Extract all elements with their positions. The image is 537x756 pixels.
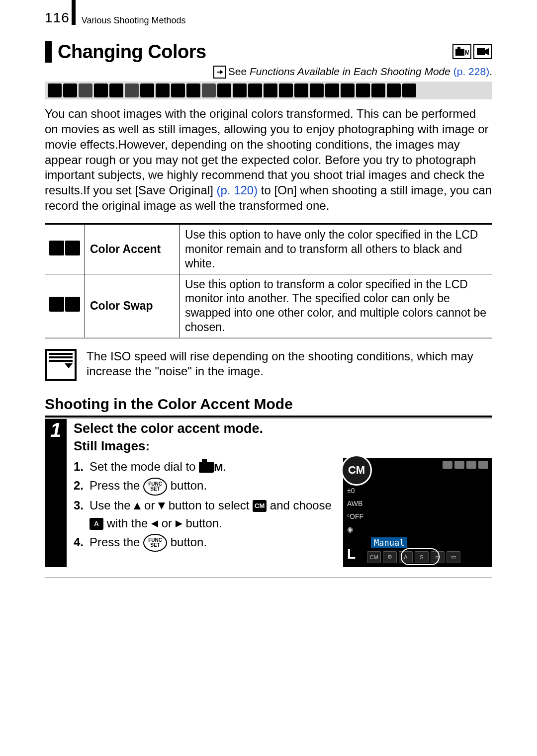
svg-rect-3 bbox=[477, 48, 485, 55]
timer-icon bbox=[478, 461, 488, 469]
mode-label: Color Accent bbox=[85, 224, 180, 274]
mode-icon bbox=[217, 84, 231, 97]
func-set-button-icon: FUNCSET bbox=[143, 534, 167, 552]
mode-icon bbox=[48, 84, 62, 97]
lcd-mode-option: ▭ bbox=[447, 551, 460, 563]
mode-icon bbox=[125, 84, 139, 97]
exposure-icon: ±0 bbox=[347, 487, 363, 497]
flash-icon bbox=[454, 461, 464, 469]
footer-divider bbox=[45, 577, 492, 578]
up-arrow-icon bbox=[134, 503, 141, 509]
mode-icon bbox=[294, 84, 308, 97]
arrow-icon bbox=[213, 66, 226, 79]
mode-icon bbox=[387, 84, 401, 97]
table-row: Color Accent Use this option to have onl… bbox=[45, 224, 492, 274]
color-accent-mode-icon: A bbox=[90, 518, 103, 530]
metering-icon: ◉ bbox=[347, 525, 363, 535]
lcd-mode-label: Manual bbox=[371, 537, 407, 548]
mode-icon bbox=[402, 84, 416, 97]
step-number: 1 bbox=[45, 419, 67, 567]
drive-icon: ᶜOFF bbox=[347, 512, 363, 522]
frame-icon bbox=[466, 461, 476, 469]
page-header: 116 Various Shooting Methods bbox=[45, 10, 492, 26]
note-text: The ISO speed will rise depending on the… bbox=[87, 349, 492, 379]
movie-icon bbox=[473, 44, 492, 59]
page-reference-link[interactable]: (p. 228) bbox=[453, 66, 489, 77]
mode-icon bbox=[279, 84, 293, 97]
lcd-mode-option: CM bbox=[367, 551, 381, 563]
lcd-status-icons bbox=[443, 461, 488, 469]
mode-icon bbox=[202, 84, 216, 97]
mode-icon bbox=[356, 84, 370, 97]
camera-manual-icon: M bbox=[452, 44, 471, 59]
mode-icon bbox=[171, 84, 185, 97]
lcd-mode-option: ⚙ bbox=[383, 551, 397, 563]
svg-marker-4 bbox=[485, 48, 489, 55]
awb-icon: AWB bbox=[347, 500, 363, 509]
lcd-selection-ring bbox=[401, 548, 440, 565]
mode-icon bbox=[156, 84, 170, 97]
mode-icon bbox=[140, 84, 154, 97]
mode-icon bbox=[325, 84, 339, 97]
intro-paragraph: You can shoot images with the original c… bbox=[45, 106, 492, 213]
page-title: Changing Colors bbox=[58, 41, 206, 63]
color-accent-movie-icon bbox=[65, 241, 80, 255]
list-item: 3. Use the or button to select CM and ch… bbox=[74, 497, 338, 532]
svg-marker-6 bbox=[220, 70, 223, 74]
right-arrow-icon bbox=[176, 520, 182, 527]
svg-text:M: M bbox=[465, 49, 469, 56]
step-title: Select the color accent mode. bbox=[74, 421, 492, 436]
list-item: 2. Press the FUNCSET button. bbox=[74, 477, 338, 496]
func-set-button-icon: FUNCSET bbox=[143, 478, 167, 496]
svg-rect-1 bbox=[457, 47, 460, 49]
mode-icon bbox=[264, 84, 277, 97]
mode-icon bbox=[310, 84, 324, 97]
svg-rect-0 bbox=[455, 49, 464, 56]
list-item: 4. Press the FUNCSET button. bbox=[74, 533, 338, 552]
step-block: 1 Select the color accent mode. Still Im… bbox=[45, 419, 492, 567]
mode-icon bbox=[341, 84, 355, 97]
mode-indicator-icons: M bbox=[452, 44, 492, 59]
camera-m-icon: M bbox=[199, 459, 223, 476]
mode-description: Use this option to have only the color s… bbox=[180, 224, 493, 274]
mode-icon bbox=[371, 84, 385, 97]
color-modes-table: Color Accent Use this option to have onl… bbox=[45, 223, 492, 338]
subheading: Shooting in the Color Accent Mode bbox=[45, 396, 492, 413]
mode-description: Use this option to transform a color spe… bbox=[180, 274, 493, 338]
mode-label: Color Swap bbox=[85, 274, 180, 338]
divider bbox=[45, 416, 492, 418]
mode-icon bbox=[79, 84, 92, 97]
color-swap-photo-icon bbox=[49, 297, 64, 312]
mode-icon bbox=[233, 84, 247, 97]
down-arrow-icon bbox=[158, 503, 165, 509]
table-row: Color Swap Use this option to transform … bbox=[45, 274, 492, 338]
lcd-preview: CM ±0 AWB ᶜOFF ◉ Man bbox=[343, 458, 492, 567]
mode-icon bbox=[186, 84, 200, 97]
list-item: 1. Set the mode dial to M. bbox=[74, 458, 338, 476]
lcd-mode-dial-icon: CM bbox=[341, 455, 372, 486]
color-accent-photo-icon bbox=[49, 241, 64, 255]
section-name: Various Shooting Methods bbox=[82, 15, 186, 26]
note-block: The ISO speed will rise depending on the… bbox=[45, 349, 492, 381]
note-icon bbox=[45, 349, 77, 381]
left-arrow-icon bbox=[151, 520, 158, 527]
instruction-list: 1. Set the mode dial to M. 2. Press the … bbox=[74, 458, 338, 553]
mode-icon bbox=[109, 84, 123, 97]
mode-icons-cell bbox=[45, 224, 85, 274]
mode-icons-cell bbox=[45, 274, 85, 338]
mode-icon bbox=[63, 84, 77, 97]
title-accent-bar bbox=[45, 41, 52, 63]
page-reference-link[interactable]: (p. 120) bbox=[216, 183, 258, 197]
cm-mode-icon: CM bbox=[253, 500, 267, 512]
step-subtitle: Still Images: bbox=[74, 438, 492, 454]
color-swap-movie-icon bbox=[65, 297, 80, 312]
lcd-left-column: ±0 AWB ᶜOFF ◉ bbox=[347, 487, 363, 535]
page-number-bar bbox=[72, 0, 76, 25]
shooting-mode-strip bbox=[45, 82, 492, 99]
iso-icon bbox=[443, 461, 452, 469]
lcd-size-label: L bbox=[347, 546, 356, 562]
page-number: 116 bbox=[45, 10, 70, 26]
mode-icon bbox=[94, 84, 108, 97]
mode-icon bbox=[248, 84, 262, 97]
see-reference-line: See Functions Available in Each Shooting… bbox=[45, 66, 492, 79]
